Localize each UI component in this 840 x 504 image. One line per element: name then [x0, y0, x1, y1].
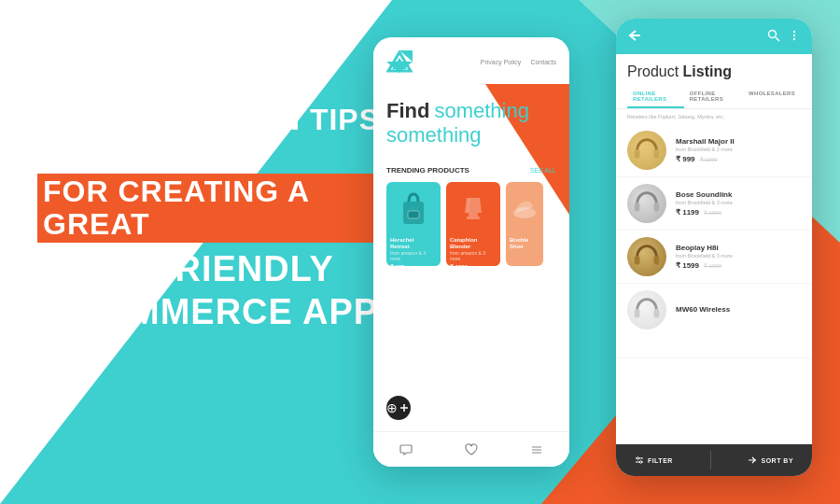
- tab-online-retailers[interactable]: ONLINE RETAILERS: [627, 86, 684, 108]
- svg-point-31: [637, 457, 638, 459]
- header-icons: [767, 29, 801, 45]
- phone-left-inner: Privacy Policy Contacts Find something s…: [373, 37, 569, 467]
- sort-button[interactable]: SORT BY: [748, 455, 793, 465]
- nav-chat-icon[interactable]: [398, 441, 414, 458]
- phone-left-bottom-nav: [373, 431, 569, 467]
- svg-rect-28: [654, 309, 660, 317]
- phone-left-header: Privacy Policy Contacts: [373, 37, 569, 80]
- nav-settings-icon[interactable]: [528, 441, 545, 458]
- product-name-r3: Beoplay H8i: [676, 244, 801, 252]
- product-img-1: [386, 182, 441, 233]
- bottom-divider: [710, 451, 711, 469]
- more-icon[interactable]: [788, 29, 801, 45]
- svg-rect-21: [635, 149, 640, 158]
- product-name-r2: Bose Soundlink: [676, 190, 801, 199]
- search-something-text: something: [386, 123, 482, 147]
- product-img-2: [446, 182, 500, 233]
- retailer-info: Retailers like Flipkart, Jabong, Myntra,…: [616, 109, 812, 124]
- product-card-2[interactable]: CataphlonBlender from amazon & 3 more ₹ …: [446, 182, 500, 266]
- headline-line1: UX DESIGN TIPS: [128, 104, 380, 136]
- product-sub-2: from amazon & 3 more: [450, 250, 497, 261]
- product-sub-r1: from Brookfield & 2 more: [676, 147, 801, 152]
- svg-rect-5: [469, 213, 478, 217]
- list-item[interactable]: Bose Soundlink from Brookfield & 3 more …: [616, 177, 812, 231]
- product-details-4: MW60 Wireless: [676, 305, 801, 315]
- search-icon[interactable]: [767, 29, 780, 45]
- tab-offline-retailers[interactable]: OFFLINE RETAILERS: [684, 86, 743, 108]
- tab-wholesalers[interactable]: WHOLESALERS: [743, 86, 801, 108]
- product-sub-1: from amazon & 3 more: [390, 250, 437, 261]
- product-thumbnail-2: [627, 184, 666, 223]
- nav-heart-icon[interactable]: [463, 441, 480, 458]
- search-something: something: [434, 99, 529, 122]
- headline-line2: FOR CREATING A GREAT: [37, 174, 401, 243]
- trending-header: Trending products SEE ALL: [386, 166, 556, 175]
- svg-rect-22: [654, 149, 660, 158]
- product-list: Marshall Major II from Brookfield & 2 mo…: [616, 124, 812, 358]
- headline: 5 UX DESIGN TIPS FOR CREATING A GREAT US…: [37, 75, 401, 332]
- product-thumbnail-3: [627, 237, 666, 276]
- svg-rect-6: [467, 217, 480, 219]
- product-sub-r2: from Brookfield & 3 more: [676, 200, 801, 205]
- old-price-r2: ₹ 1589: [704, 209, 721, 216]
- price-r3: ₹ 1599: [676, 261, 699, 270]
- product-details-3: Beoplay H8i from Brookfield & 3 more ₹ 1…: [676, 244, 801, 270]
- product-card-3[interactable]: BoohleShoe: [506, 182, 543, 266]
- product-tabs: ONLINE RETAILERS OFFLINE RETAILERS WHOLE…: [616, 86, 812, 109]
- phone-left: Privacy Policy Contacts Find something s…: [373, 37, 569, 467]
- product-price-1: ₹ 999: [390, 263, 437, 266]
- svg-point-18: [793, 30, 795, 32]
- headline-number: 5: [37, 75, 109, 166]
- product-name-r1: Marshall Major II: [676, 137, 801, 146]
- product-price-2: ₹ 1599: [450, 263, 497, 266]
- product-thumbnail-4: [627, 290, 666, 329]
- product-card-1[interactable]: HerschelRetreat from amazon & 3 more ₹ 9…: [386, 182, 441, 266]
- product-name-1: HerschelRetreat: [390, 237, 437, 250]
- price-row-2: ₹ 1199 ₹ 1589: [676, 208, 801, 217]
- list-item[interactable]: Beoplay H8i from Brookfield & 3 more ₹ 1…: [616, 231, 812, 284]
- sort-label: SORT BY: [761, 457, 793, 464]
- filter-button[interactable]: FILTER: [635, 455, 673, 465]
- trending-section: Trending products SEE ALL: [373, 157, 569, 275]
- logo-design: design: [37, 452, 98, 475]
- fab-button[interactable]: [386, 396, 411, 420]
- search-find: Find: [386, 99, 429, 122]
- list-item[interactable]: Marshall Major II from Brookfield & 2 mo…: [616, 124, 812, 177]
- svg-point-32: [639, 461, 641, 463]
- phone-left-nav-links: Privacy Policy Contacts: [481, 59, 556, 65]
- old-price-r3: ₹ 1999: [704, 262, 721, 269]
- logo-hill: hill: [98, 452, 128, 475]
- old-price-r1: ₹ 1199: [700, 156, 718, 162]
- title-listing: Listing: [683, 63, 732, 79]
- price-r1: ₹ 999: [676, 155, 695, 163]
- phone-right: Product Listing ONLINE RETAILERS OFFLINE…: [616, 19, 812, 476]
- svg-rect-23: [635, 203, 640, 211]
- list-item[interactable]: MW60 Wireless: [616, 284, 812, 358]
- privacy-policy-link[interactable]: Privacy Policy: [481, 59, 522, 65]
- svg-marker-4: [465, 198, 482, 213]
- svg-rect-24: [654, 203, 660, 211]
- svg-line-17: [776, 37, 779, 41]
- trending-title: Trending products: [386, 166, 469, 175]
- product-info-3: BoohleShoe: [506, 233, 543, 254]
- svg-point-19: [793, 34, 795, 35]
- product-details-1: Marshall Major II from Brookfield & 2 mo…: [676, 137, 801, 163]
- back-icon[interactable]: [627, 29, 642, 45]
- price-row-3: ₹ 1599 ₹ 1999: [676, 261, 801, 270]
- svg-rect-27: [635, 309, 640, 317]
- search-label: Find something something: [386, 99, 556, 147]
- left-content: 5 UX DESIGN TIPS FOR CREATING A GREAT US…: [37, 75, 401, 332]
- svg-rect-26: [654, 256, 660, 264]
- contacts-link[interactable]: Contacts: [530, 59, 556, 65]
- products-row: HerschelRetreat from amazon & 3 more ₹ 9…: [386, 182, 556, 266]
- price-row-1: ₹ 999 ₹ 1199: [676, 155, 801, 163]
- title-text: Product Listing: [627, 63, 801, 80]
- see-all-link[interactable]: SEE ALL: [530, 167, 556, 174]
- product-name-2: CataphlonBlender: [450, 237, 497, 250]
- product-details-2: Bose Soundlink from Brookfield & 3 more …: [676, 190, 801, 217]
- title-product: Product: [627, 63, 679, 79]
- headline-line3: USER-FRIENDLY: [37, 250, 401, 289]
- price-r2: ₹ 1199: [676, 208, 699, 217]
- product-sub-r3: from Brookfield & 3 more: [676, 253, 801, 259]
- svg-point-20: [793, 37, 795, 39]
